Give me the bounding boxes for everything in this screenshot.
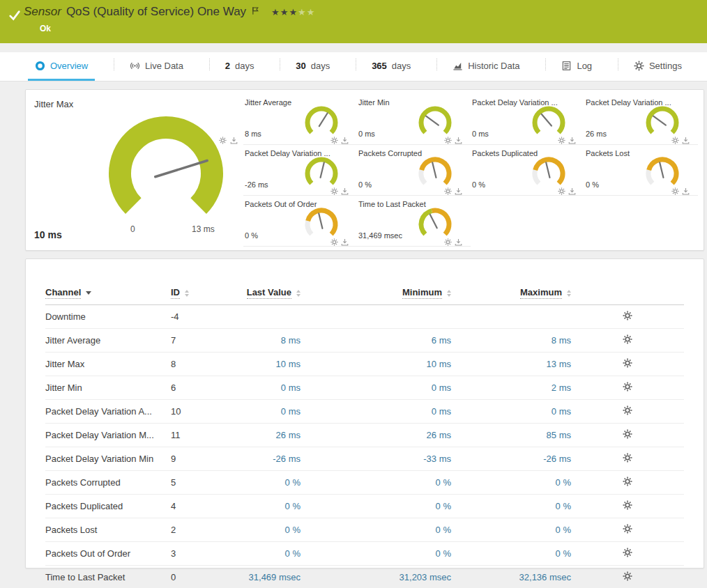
gauge-settings-icon[interactable] <box>444 185 452 193</box>
star-icon[interactable]: ★ <box>289 7 298 17</box>
tab-label: Log <box>577 61 592 71</box>
gauge-value: 31,469 msec <box>358 231 402 240</box>
channel-id: 8 <box>171 353 239 376</box>
channel-minimum: 0 % <box>301 518 451 542</box>
channel-id: 5 <box>171 471 239 495</box>
gauge-download-icon[interactable] <box>455 185 462 193</box>
small-gauge-packet-delay-variation: Packet Delay Variation ...26 ms <box>584 94 698 145</box>
overview-icon <box>35 61 45 71</box>
primary-gauge: Jitter Max 10 ms 0 13 ms <box>26 90 243 250</box>
gauge-download-icon[interactable] <box>341 236 349 244</box>
star-icon[interactable]: ★ <box>271 7 280 17</box>
small-gauge-packet-delay-variation: Packet Delay Variation ...0 ms <box>471 94 584 145</box>
channel-last-value: 10 ms <box>239 353 301 376</box>
tab-number: 2 <box>225 61 230 71</box>
gauge-download-icon[interactable] <box>682 185 690 193</box>
channel-maximum: 0 % <box>451 518 571 542</box>
column-header-minimum[interactable]: Minimum <box>301 283 451 305</box>
tab-settings[interactable]: Settings <box>627 52 689 81</box>
column-header-channel[interactable]: Channel <box>45 283 171 305</box>
gauge-value: 0 % <box>472 180 485 189</box>
gauge-value: 0 % <box>586 180 599 189</box>
tab-30-days[interactable]: 30days <box>289 52 337 81</box>
channel-settings-icon[interactable] <box>623 429 632 439</box>
gauge-actions <box>558 185 576 193</box>
gauge-actions <box>330 236 349 244</box>
channel-settings-icon[interactable] <box>623 477 632 486</box>
gauge-settings-icon[interactable] <box>671 185 679 193</box>
gauge-settings-icon[interactable] <box>671 134 679 142</box>
gauge-settings-icon[interactable] <box>444 134 452 142</box>
channel-settings-icon[interactable] <box>623 358 632 368</box>
column-label: ID <box>171 287 180 299</box>
channel-name: Time to Last Packet <box>45 566 171 588</box>
gauge-download-icon[interactable] <box>341 185 349 193</box>
gauge-settings-icon[interactable] <box>558 185 565 193</box>
tab-2-days[interactable]: 2days <box>218 52 261 81</box>
column-header-last-value[interactable]: Last Value <box>239 283 301 305</box>
channel-minimum: 0 % <box>301 471 451 495</box>
tab-number: 365 <box>372 61 387 71</box>
channel-id: 7 <box>171 329 239 353</box>
tab-overview[interactable]: Overview <box>28 52 95 81</box>
channel-row-downtime: Downtime-4 <box>45 305 684 329</box>
gauge-settings-icon[interactable] <box>444 236 452 244</box>
channel-settings-icon[interactable] <box>623 334 632 344</box>
channel-name: Jitter Min <box>45 376 171 400</box>
tab-log[interactable]: Log <box>554 52 599 81</box>
gauge-settings-icon[interactable] <box>330 236 338 244</box>
gauge-download-icon[interactable] <box>455 134 462 142</box>
tab-live-data[interactable]: Live Data <box>123 52 190 81</box>
gauge-download-icon[interactable] <box>568 134 576 142</box>
channel-settings-icon[interactable] <box>623 500 632 510</box>
flag-icon[interactable] <box>251 5 260 14</box>
ok-check-icon <box>8 9 21 22</box>
sort-icon <box>567 290 571 297</box>
star-icon[interactable]: ★ <box>298 7 307 17</box>
channel-settings-icon[interactable] <box>623 571 632 581</box>
tab-365-days[interactable]: 365days <box>365 52 418 81</box>
gauge-settings-icon[interactable] <box>330 134 338 142</box>
gauge-value: 0 ms <box>472 130 489 138</box>
gauge-settings-icon[interactable] <box>558 134 565 142</box>
gauge-download-icon[interactable] <box>341 134 349 142</box>
empty-gauge-cell <box>584 196 698 247</box>
channel-last-value: 0 % <box>239 518 301 542</box>
channel-settings-icon[interactable] <box>623 548 632 557</box>
channel-table: ChannelIDLast ValueMinimumMaximum Downti… <box>45 283 684 588</box>
gauge-download-icon[interactable] <box>568 185 576 193</box>
channel-id: -4 <box>171 305 239 329</box>
channel-settings-icon[interactable] <box>623 382 632 392</box>
channel-minimum: 10 ms <box>301 353 451 376</box>
gauge-actions <box>558 134 576 142</box>
gauge-settings-icon[interactable] <box>330 185 338 193</box>
channel-last-value: 8 ms <box>239 329 301 353</box>
channel-maximum: 0 % <box>451 471 571 495</box>
gauge-value: 0 % <box>358 180 372 189</box>
gauge-download-icon[interactable] <box>682 134 690 142</box>
column-label: Channel <box>45 287 81 299</box>
channel-settings-icon[interactable] <box>623 311 632 320</box>
channel-settings-icon[interactable] <box>623 453 632 463</box>
column-header-id[interactable]: ID <box>171 283 239 305</box>
gauge-download-icon[interactable] <box>230 134 238 142</box>
small-gauge-jitter-min: Jitter Min0 ms <box>357 94 471 145</box>
star-icon[interactable]: ★ <box>307 7 316 17</box>
channel-maximum: 0 ms <box>451 400 571 424</box>
channel-row-packet-delay-variation-a: Packet Delay Variation A...100 ms0 ms0 m… <box>45 400 684 424</box>
channel-settings-icon[interactable] <box>623 405 632 415</box>
tab-historic-data[interactable]: Historic Data <box>446 52 526 81</box>
tab-label: Historic Data <box>468 61 519 71</box>
gauge-actions <box>330 185 349 193</box>
column-header-maximum[interactable]: Maximum <box>451 283 571 305</box>
small-gauge-packets-corrupted: Packets Corrupted0 % <box>357 145 471 196</box>
gauge-settings-icon[interactable] <box>219 134 227 142</box>
star-icon[interactable]: ★ <box>280 7 289 17</box>
live-data-icon <box>130 61 140 71</box>
channel-settings-icon[interactable] <box>623 524 632 534</box>
channel-last-value: 0 ms <box>239 400 301 424</box>
channel-id: 10 <box>171 400 239 424</box>
gauge-download-icon[interactable] <box>455 236 462 244</box>
channel-minimum: 0 % <box>301 542 451 566</box>
tab-label: Overview <box>50 61 88 71</box>
